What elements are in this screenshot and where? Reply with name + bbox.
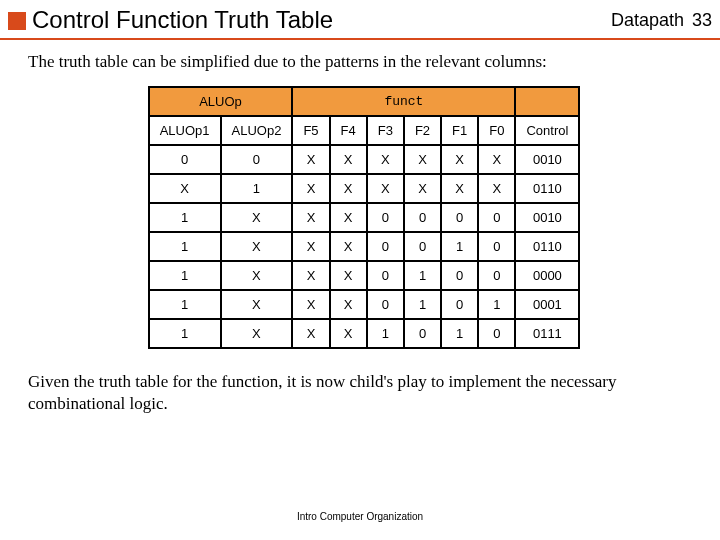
col-f0: F0 (478, 116, 515, 145)
cell: 0001 (515, 290, 579, 319)
header-right: Datapath 33 (611, 10, 712, 31)
cell: X (330, 290, 367, 319)
cell: 0 (478, 319, 515, 348)
cell: X (221, 319, 293, 348)
cell: X (292, 290, 329, 319)
cell: X (404, 174, 441, 203)
cell: 0 (478, 261, 515, 290)
table-row: 1 X X X 0 1 0 1 0001 (149, 290, 580, 319)
table-row: 0 0 X X X X X X 0010 (149, 145, 580, 174)
col-control: Control (515, 116, 579, 145)
cell: 0 (367, 261, 404, 290)
group-blank (515, 87, 579, 116)
cell: 0 (367, 203, 404, 232)
header-rule (0, 38, 720, 40)
cell: 0010 (515, 203, 579, 232)
cell: X (221, 261, 293, 290)
cell: 1 (404, 261, 441, 290)
cell: 1 (367, 319, 404, 348)
col-f2: F2 (404, 116, 441, 145)
cell: X (221, 232, 293, 261)
cell: 0010 (515, 145, 579, 174)
cell: 0110 (515, 232, 579, 261)
title-bullet-icon (8, 12, 26, 30)
cell: X (330, 261, 367, 290)
cell: 0 (478, 203, 515, 232)
table-group-row: ALUOp funct (149, 87, 580, 116)
cell: 0 (441, 203, 478, 232)
cell: 1 (149, 319, 221, 348)
col-f5: F5 (292, 116, 329, 145)
cell: 0 (478, 232, 515, 261)
cell: X (478, 145, 515, 174)
cell: 1 (149, 261, 221, 290)
col-f3: F3 (367, 116, 404, 145)
cell: 0 (367, 290, 404, 319)
group-funct: funct (292, 87, 515, 116)
cell: X (478, 174, 515, 203)
group-aluop: ALUOp (149, 87, 293, 116)
slide: Control Function Truth Table Datapath 33… (0, 0, 720, 540)
table-row: 1 X X X 0 0 1 0 0110 (149, 232, 580, 261)
cell: X (292, 174, 329, 203)
lead-text: The truth table can be simplified due to… (28, 52, 700, 72)
cell: 0 (367, 232, 404, 261)
cell: 1 (441, 232, 478, 261)
cell: X (292, 203, 329, 232)
page-number: 33 (692, 10, 712, 31)
cell: X (367, 174, 404, 203)
cell: 0 (404, 203, 441, 232)
cell: 0 (441, 290, 478, 319)
cell: 0111 (515, 319, 579, 348)
cell: X (221, 203, 293, 232)
cell: 1 (149, 232, 221, 261)
cell: 0 (149, 145, 221, 174)
cell: X (149, 174, 221, 203)
table-row: 1 X X X 0 0 0 0 0010 (149, 203, 580, 232)
col-f4: F4 (330, 116, 367, 145)
footer-text: Intro Computer Organization (0, 511, 720, 522)
table-header-row: ALUOp1 ALUOp2 F5 F4 F3 F2 F1 F0 Control (149, 116, 580, 145)
cell: X (330, 232, 367, 261)
cell: 0 (221, 145, 293, 174)
cell: X (441, 145, 478, 174)
table-row: 1 X X X 0 1 0 0 0000 (149, 261, 580, 290)
slide-body: The truth table can be simplified due to… (28, 52, 700, 432)
cell: X (292, 232, 329, 261)
cell: X (404, 145, 441, 174)
cell: X (292, 319, 329, 348)
cell: X (292, 145, 329, 174)
slide-header: Control Function Truth Table Datapath 33 (8, 6, 712, 34)
cell: X (367, 145, 404, 174)
col-f1: F1 (441, 116, 478, 145)
truth-table: ALUOp funct ALUOp1 ALUOp2 F5 F4 F3 F2 F1… (148, 86, 581, 349)
col-aluop2: ALUOp2 (221, 116, 293, 145)
cell: 0 (404, 319, 441, 348)
cell: 0 (441, 261, 478, 290)
cell: 1 (404, 290, 441, 319)
cell: 1 (149, 290, 221, 319)
cell: X (292, 261, 329, 290)
cell: 0000 (515, 261, 579, 290)
cell: X (441, 174, 478, 203)
cell: X (330, 203, 367, 232)
cell: 1 (441, 319, 478, 348)
section-label: Datapath (611, 10, 684, 31)
cell: X (330, 319, 367, 348)
cell: 1 (478, 290, 515, 319)
cell: X (330, 145, 367, 174)
cell: 0 (404, 232, 441, 261)
cell: X (330, 174, 367, 203)
table-row: X 1 X X X X X X 0110 (149, 174, 580, 203)
cell: 1 (221, 174, 293, 203)
cell: 1 (149, 203, 221, 232)
cell: 0110 (515, 174, 579, 203)
slide-title: Control Function Truth Table (32, 6, 611, 34)
col-aluop1: ALUOp1 (149, 116, 221, 145)
after-text: Given the truth table for the function, … (28, 371, 700, 415)
cell: X (221, 290, 293, 319)
table-row: 1 X X X 1 0 1 0 0111 (149, 319, 580, 348)
